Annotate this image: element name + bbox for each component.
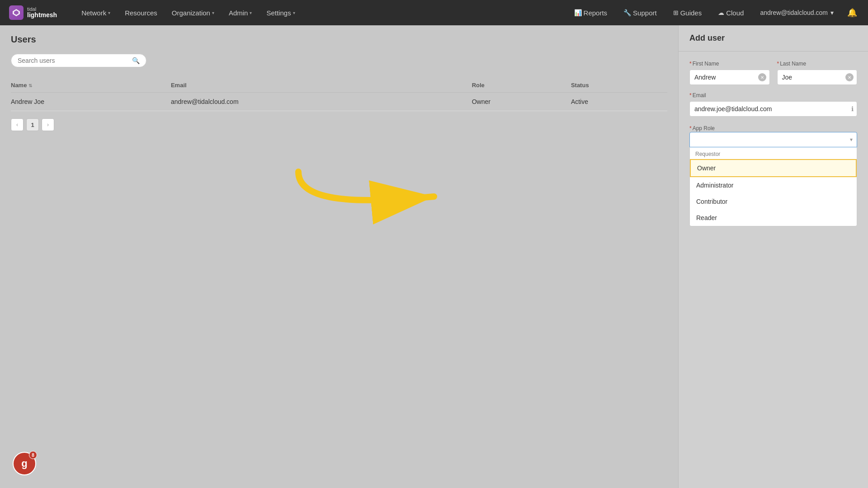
search-icon: 🔍 [132,57,140,64]
logo-line2: lightmesh [27,12,57,19]
last-name-clear-button[interactable]: ✕ [845,73,854,81]
first-name-label: *First Name [689,61,770,67]
dropdown-item-administrator[interactable]: Administrator [690,177,857,193]
chevron-down-icon: ▾ [108,10,110,15]
col-status: Status [571,78,667,93]
cell-email: andrew@tidalcloud.com [171,93,472,111]
app-role-label: *App Role [689,125,715,131]
email-label: *Email [689,92,857,99]
last-name-group: *Last Name ✕ [777,61,858,85]
table-row: Andrew Joe andrew@tidalcloud.com Owner A… [11,93,667,111]
col-name: Name ⇅ [11,78,171,93]
avatar-letter: g [21,458,27,469]
cloud-icon: ☁ [718,9,724,16]
search-bar: 🔍 [11,54,146,67]
nav-settings[interactable]: Settings ▾ [260,5,301,20]
nav-support[interactable]: 🔧 Support [619,6,661,19]
first-name-clear-button[interactable]: ✕ [758,73,766,81]
chevron-down-icon: ▾ [250,10,252,15]
nav-organization[interactable]: Organization ▾ [165,5,221,20]
search-input[interactable] [18,57,132,64]
email-input-wrapper: ℹ [689,101,857,117]
dropdown-item-contributor[interactable]: Contributor [690,193,857,210]
cell-role: Owner [472,93,571,111]
pagination: ‹ 1 › [11,118,667,131]
name-row: *First Name ✕ *Last Name ✕ [689,61,857,85]
tool-icon: 🔧 [623,9,631,16]
cell-status: Active [571,93,667,111]
nav-guides[interactable]: ⊞ Guides [669,6,707,19]
col-email: Email [171,78,472,93]
first-name-group: *First Name ✕ [689,61,770,85]
sort-icon[interactable]: ⇅ [28,83,32,88]
avatar[interactable]: g 8 [13,452,36,475]
nav-items: Network ▾ Resources Organization ▾ Admin… [75,5,569,20]
user-menu[interactable]: andrew@tidalcloud.com ▾ [755,6,838,19]
email-group: *Email ℹ [689,92,857,117]
nav-reports[interactable]: 📊 Reports [570,6,612,19]
grid-icon: ⊞ [673,9,679,16]
main-content: Users 🔍 Name ⇅ Email Role [0,25,868,488]
user-email: andrew@tidalcloud.com [760,9,828,16]
dropdown-item-reader[interactable]: Reader [690,210,857,226]
avatar-container: g 8 [13,452,36,475]
dropdown-item-owner[interactable]: Owner [690,159,857,177]
panel-title: Add user [689,33,725,42]
app-role-dropdown: Requestor Owner Administrator Contributo… [689,147,857,226]
prev-page-button[interactable]: ‹ [11,118,24,131]
navbar: tidal lightmesh Network ▾ Resources Orga… [0,0,868,25]
first-name-input[interactable] [689,70,770,85]
page-1-button[interactable]: 1 [26,118,39,131]
users-table: Name ⇅ Email Role Status Andrew J [11,78,667,111]
chevron-down-icon: ▾ [293,10,295,15]
right-panel: Add user *First Name ✕ *Last Name [678,25,868,488]
logo-icon [9,5,24,20]
dropdown-section-label: Requestor [690,147,857,159]
nav-right: 📊 Reports 🔧 Support ⊞ Guides ☁ Cloud and… [570,6,859,19]
col-role: Role [472,78,571,93]
cell-name: Andrew Joe [11,93,171,111]
add-user-form: *First Name ✕ *Last Name ✕ [679,52,868,488]
page-title: Users [11,34,667,45]
panel-header: Add user [679,25,868,52]
next-page-button[interactable]: › [42,118,54,131]
nav-cloud[interactable]: ☁ Cloud [713,6,748,19]
app-role-group: *App Role ▾ Requestor Owner Administrato… [689,124,857,226]
chevron-down-icon: ▾ [830,9,834,16]
avatar-badge: 8 [29,451,37,459]
nav-resources[interactable]: Resources [118,5,164,20]
first-name-input-wrapper: ✕ [689,70,770,85]
app-role-input[interactable] [689,132,857,147]
bar-chart-icon: 📊 [574,9,582,16]
logo-text: tidal lightmesh [27,6,57,19]
app-role-input-wrapper: ▾ [689,132,857,147]
logo[interactable]: tidal lightmesh [9,5,57,20]
left-panel: Users 🔍 Name ⇅ Email Role [0,25,678,488]
bell-icon[interactable]: 🔔 [845,6,859,19]
nav-admin[interactable]: Admin ▾ [222,5,259,20]
email-input[interactable] [689,101,857,117]
last-name-input-wrapper: ✕ [777,70,858,85]
nav-network[interactable]: Network ▾ [75,5,117,20]
last-name-label: *Last Name [777,61,858,67]
chevron-down-icon: ▾ [212,10,214,15]
info-icon: ℹ [851,105,854,113]
